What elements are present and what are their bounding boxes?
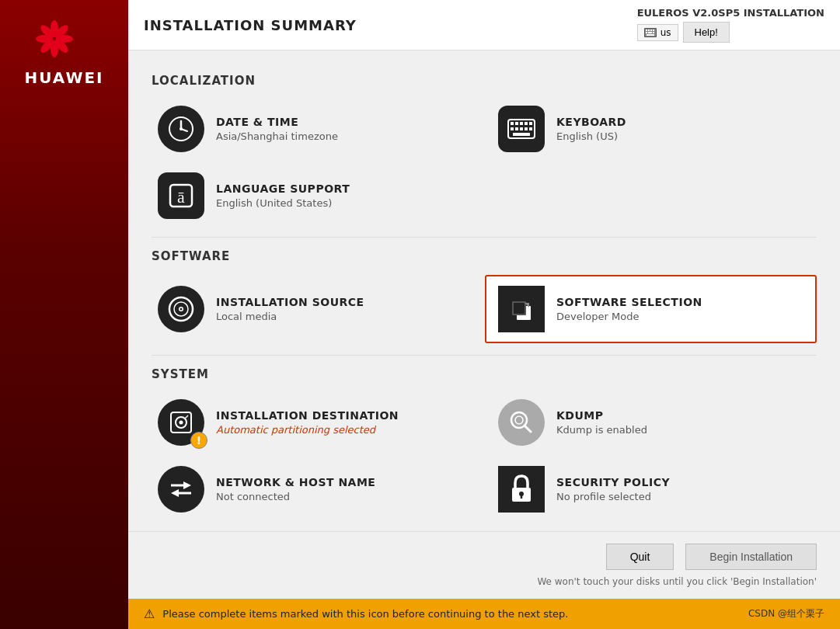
svg-rect-13 xyxy=(653,30,654,31)
euleros-title: EULEROS V2.0SP5 INSTALLATION xyxy=(637,7,824,43)
date-time-icon xyxy=(158,106,204,152)
destination-icon-wrapper: ! xyxy=(158,399,204,446)
logo-area: HUAWEI xyxy=(24,16,103,87)
security-policy-title: SECURITY POLICY xyxy=(556,476,670,488)
begin-installation-button[interactable]: Begin Installation xyxy=(685,544,817,570)
svg-rect-17 xyxy=(647,34,654,36)
localization-row-2: ā LANGUAGE SUPPORT English (United State… xyxy=(152,166,817,225)
svg-text:ā: ā xyxy=(177,187,185,207)
svg-point-46 xyxy=(180,421,183,425)
svg-point-21 xyxy=(180,127,183,130)
svg-rect-16 xyxy=(653,32,654,33)
keyboard-text: KEYBOARD English (US) xyxy=(556,116,626,142)
destination-text: INSTALLATION DESTINATION Automatic parti… xyxy=(216,409,399,436)
installation-source-text: INSTALLATION SOURCE Local media xyxy=(216,296,364,322)
software-selection-icon xyxy=(498,286,545,332)
installation-source-title: INSTALLATION SOURCE xyxy=(216,296,364,308)
svg-point-49 xyxy=(515,416,523,424)
divider-2 xyxy=(152,355,817,356)
lock-icon xyxy=(508,474,535,504)
language-support-icon: ā xyxy=(167,182,195,210)
software-selection-subtitle: Developer Mode xyxy=(556,311,702,322)
software-section-header: SOFTWARE xyxy=(152,249,817,263)
network-hostname-item[interactable]: NETWORK & HOST NAME Not connected xyxy=(152,460,476,519)
magnifier-icon xyxy=(508,409,535,436)
help-button[interactable]: Help! xyxy=(683,22,730,43)
svg-rect-12 xyxy=(650,30,652,31)
kdump-item[interactable]: KDUMP Kdump is enabled xyxy=(492,393,817,452)
language-support-subtitle: English (United States) xyxy=(216,197,350,209)
security-policy-text: SECURITY POLICY No profile selected xyxy=(556,476,670,502)
svg-marker-51 xyxy=(183,481,191,489)
svg-rect-24 xyxy=(515,122,518,125)
network-hostname-text: NETWORK & HOST NAME Not connected xyxy=(216,476,375,502)
warning-triangle-icon: ⚠ xyxy=(144,606,155,621)
software-row-1: INSTALLATION SOURCE Local media xyxy=(152,275,817,343)
keyboard-small-icon xyxy=(644,28,657,37)
date-time-title: DATE & TIME xyxy=(216,116,338,128)
installation-source-subtitle: Local media xyxy=(216,311,364,322)
sidebar: HUAWEI xyxy=(0,0,128,629)
system-section-header: SYSTEM xyxy=(152,367,817,381)
software-selection-item[interactable]: SOFTWARE SELECTION Developer Mode xyxy=(485,275,817,343)
keyboard-subtitle: English (US) xyxy=(556,130,626,142)
keyboard-item[interactable]: KEYBOARD English (US) xyxy=(492,99,817,158)
svg-rect-10 xyxy=(646,30,647,31)
installation-destination-item[interactable]: ! INSTALLATION DESTINATION Automatic par… xyxy=(152,393,476,452)
installation-source-icon xyxy=(158,286,204,332)
svg-rect-23 xyxy=(511,122,514,125)
kdump-icon xyxy=(498,399,545,446)
svg-rect-29 xyxy=(515,127,518,130)
destination-title: INSTALLATION DESTINATION xyxy=(216,409,399,422)
network-hostname-subtitle: Not connected xyxy=(216,491,375,502)
package-icon xyxy=(507,295,535,323)
localization-section-header: LOCALIZATION xyxy=(152,74,817,88)
page-title: INSTALLATION SUMMARY xyxy=(144,17,357,33)
svg-rect-32 xyxy=(529,127,532,130)
svg-rect-27 xyxy=(529,122,532,125)
svg-rect-30 xyxy=(520,127,523,130)
svg-rect-25 xyxy=(520,122,523,125)
warning-message: Please complete items marked with this i… xyxy=(162,608,568,620)
kdump-text: KDUMP Kdump is enabled xyxy=(556,409,647,436)
security-policy-subtitle: No profile selected xyxy=(556,491,670,502)
svg-line-47 xyxy=(185,415,188,419)
keyboard-lang-value: us xyxy=(660,27,671,38)
language-support-title: LANGUAGE SUPPORT xyxy=(216,182,350,195)
keyboard-icon xyxy=(498,106,545,152)
keyboard-title: KEYBOARD xyxy=(556,116,626,128)
software-selection-title: SOFTWARE SELECTION xyxy=(556,296,702,308)
system-row-1: ! INSTALLATION DESTINATION Automatic par… xyxy=(152,393,817,452)
svg-rect-28 xyxy=(511,127,514,130)
date-time-text: DATE & TIME Asia/Shanghai timezone xyxy=(216,116,338,142)
language-support-item[interactable]: ā LANGUAGE SUPPORT English (United State… xyxy=(152,166,483,225)
huawei-logo-icon xyxy=(33,16,95,62)
date-time-item[interactable]: DATE & TIME Asia/Shanghai timezone xyxy=(152,99,476,158)
svg-rect-31 xyxy=(525,127,528,130)
svg-marker-52 xyxy=(171,489,179,497)
kdump-title: KDUMP xyxy=(556,409,647,422)
svg-rect-26 xyxy=(525,122,528,125)
language-icon: ā xyxy=(158,172,204,219)
security-icon xyxy=(498,466,545,513)
footer-note: We won't touch your disks until you clic… xyxy=(537,576,817,587)
installation-source-item[interactable]: INSTALLATION SOURCE Local media xyxy=(152,275,469,343)
disc-icon xyxy=(167,295,195,323)
huawei-brand-text: HUAWEI xyxy=(24,68,103,87)
svg-rect-11 xyxy=(648,30,650,31)
language-support-text: LANGUAGE SUPPORT English (United States) xyxy=(216,182,350,209)
network-icon xyxy=(158,466,204,513)
localization-row-1: DATE & TIME Asia/Shanghai timezone xyxy=(152,99,817,158)
system-row-2: NETWORK & HOST NAME Not connected SECURI… xyxy=(152,460,817,519)
svg-rect-14 xyxy=(646,32,647,33)
keyboard-lang-selector[interactable]: us xyxy=(637,24,678,41)
svg-rect-42 xyxy=(514,303,525,314)
content-area: LOCALIZATION DATE & TIME Asia/Shanghai t… xyxy=(128,50,840,531)
divider-1 xyxy=(152,237,817,238)
quit-button[interactable]: Quit xyxy=(606,544,674,570)
destination-subtitle: Automatic partitioning selected xyxy=(216,424,399,436)
localization-placeholder xyxy=(498,166,817,225)
hard-drive-icon xyxy=(168,409,194,436)
svg-rect-33 xyxy=(513,133,530,136)
security-policy-item[interactable]: SECURITY POLICY No profile selected xyxy=(492,460,817,519)
